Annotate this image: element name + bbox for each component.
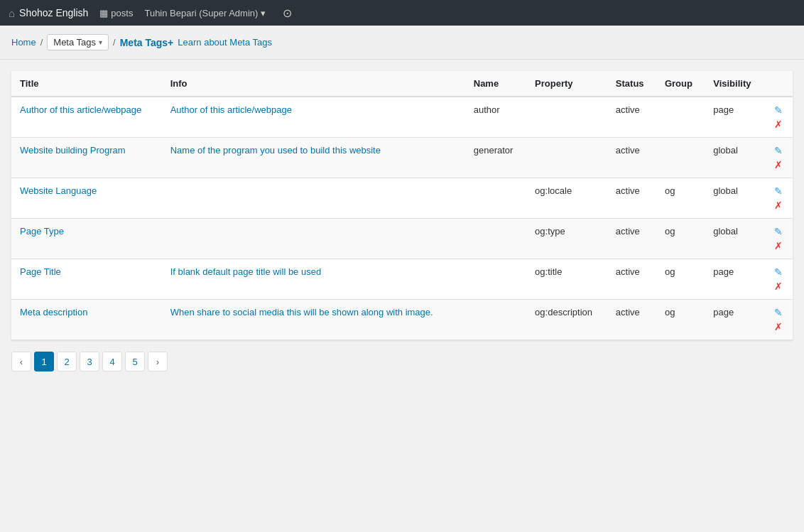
cell-title: Website Language <box>11 178 162 219</box>
top-navigation: ⌂ Shohoz English ▦ posts Tuhin Bepari (S… <box>0 0 804 26</box>
cell-group <box>656 97 705 138</box>
meta-tags-dropdown-label: Meta Tags <box>53 37 96 48</box>
col-name: Name <box>465 71 526 97</box>
delete-button[interactable]: ✗ <box>773 159 784 170</box>
pagination-next[interactable]: › <box>148 352 168 371</box>
table-row: Page Typeog:typeactiveogglobal✎✗ <box>11 219 793 259</box>
cell-visibility: page <box>705 97 764 138</box>
pagination-page-5[interactable]: 5 <box>125 352 145 371</box>
cell-info: Name of the program you used to build th… <box>162 138 465 178</box>
cell-visibility: global <box>705 138 764 178</box>
table-row: Page TitleIf blank default page title wi… <box>11 259 793 300</box>
cell-status: active <box>607 259 656 300</box>
cell-info: If blank default page title will be used <box>162 259 465 300</box>
cell-visibility: page <box>705 259 764 300</box>
cell-status: active <box>607 97 656 138</box>
edit-button[interactable]: ✎ <box>773 226 784 237</box>
pagination-page-3[interactable]: 3 <box>80 352 99 371</box>
cell-info <box>162 219 465 259</box>
cell-property <box>526 138 607 178</box>
brand-logo[interactable]: ⌂ Shohoz English <box>9 7 88 19</box>
delete-button[interactable]: ✗ <box>773 281 784 292</box>
cell-name <box>465 178 526 219</box>
meta-tags-plus[interactable]: Meta Tags+ <box>120 37 174 48</box>
cell-name: author <box>465 97 526 138</box>
cell-title: Author of this article/webpage <box>11 97 162 138</box>
delete-button[interactable]: ✗ <box>773 200 784 211</box>
main-content: Title Info Name Property Status Group Vi… <box>0 60 804 389</box>
home-icon: ⌂ <box>9 7 15 19</box>
cell-info: Author of this article/webpage <box>162 97 465 138</box>
pagination-page-4[interactable]: 4 <box>102 352 122 371</box>
col-status: Status <box>607 71 656 97</box>
edit-button[interactable]: ✎ <box>773 307 784 318</box>
cell-status: active <box>607 219 656 259</box>
cell-group: og <box>656 300 705 340</box>
cell-property <box>526 97 607 138</box>
cell-status: active <box>607 178 656 219</box>
pagination-page-1[interactable]: 1 <box>34 352 54 371</box>
cell-info <box>162 178 465 219</box>
col-group: Group <box>656 71 705 97</box>
cell-name <box>465 259 526 300</box>
cell-group <box>656 138 705 178</box>
cell-name: generator <box>465 138 526 178</box>
globe-icon[interactable]: ⊙ <box>283 6 292 20</box>
learn-about-meta-tags-link[interactable]: Learn about Meta Tags <box>178 37 272 48</box>
breadcrumb-sep1: / <box>40 37 43 48</box>
table-row: Meta descriptionWhen share to social med… <box>11 300 793 340</box>
table-row: Author of this article/webpageAuthor of … <box>11 97 793 138</box>
cell-title: Website building Program <box>11 138 162 178</box>
cell-status: active <box>607 300 656 340</box>
user-dropdown-icon: ▾ <box>261 8 266 18</box>
breadcrumb-home[interactable]: Home <box>11 37 36 48</box>
user-menu[interactable]: Tuhin Bepari (Super Admin) ▾ <box>144 8 266 18</box>
cell-status: active <box>607 138 656 178</box>
col-actions <box>764 71 793 97</box>
cell-name <box>465 219 526 259</box>
cell-property: og:type <box>526 219 607 259</box>
cell-group: og <box>656 219 705 259</box>
user-label: Tuhin Bepari (Super Admin) <box>144 8 258 18</box>
col-visibility: Visibility <box>705 71 764 97</box>
delete-button[interactable]: ✗ <box>773 321 784 332</box>
cell-actions: ✎✗ <box>764 138 793 178</box>
cell-actions: ✎✗ <box>764 178 793 219</box>
cell-visibility: global <box>705 219 764 259</box>
delete-button[interactable]: ✗ <box>773 240 784 251</box>
edit-button[interactable]: ✎ <box>773 185 784 197</box>
breadcrumb: Home / Meta Tags ▾ / Meta Tags+ Learn ab… <box>0 26 804 60</box>
cell-actions: ✎✗ <box>764 219 793 259</box>
cell-actions: ✎✗ <box>764 300 793 340</box>
cell-property: og:title <box>526 259 607 300</box>
table-header-row: Title Info Name Property Status Group Vi… <box>11 71 793 97</box>
cell-actions: ✎✗ <box>764 97 793 138</box>
cell-property: og:description <box>526 300 607 340</box>
cell-info: When share to social media this will be … <box>162 300 465 340</box>
col-property: Property <box>526 71 607 97</box>
col-info: Info <box>162 71 465 97</box>
table-row: Website building ProgramName of the prog… <box>11 138 793 178</box>
col-title: Title <box>11 71 162 97</box>
pagination-page-2[interactable]: 2 <box>57 352 77 371</box>
posts-menu[interactable]: ▦ posts <box>99 8 133 18</box>
posts-label: posts <box>111 8 133 18</box>
posts-icon: ▦ <box>99 8 108 18</box>
cell-title: Page Type <box>11 219 162 259</box>
edit-button[interactable]: ✎ <box>773 104 784 116</box>
meta-tags-dropdown[interactable]: Meta Tags ▾ <box>47 34 109 50</box>
table-row: Website Languageog:localeactiveogglobal✎… <box>11 178 793 219</box>
edit-button[interactable]: ✎ <box>773 266 784 278</box>
pagination-prev[interactable]: ‹ <box>11 352 31 371</box>
cell-visibility: page <box>705 300 764 340</box>
chevron-down-icon: ▾ <box>99 38 102 46</box>
cell-group: og <box>656 259 705 300</box>
cell-actions: ✎✗ <box>764 259 793 300</box>
cell-name <box>465 300 526 340</box>
delete-button[interactable]: ✗ <box>773 119 784 130</box>
cell-title: Page Title <box>11 259 162 300</box>
brand-name: Shohoz English <box>19 7 88 18</box>
breadcrumb-sep2: / <box>113 37 116 48</box>
cell-title: Meta description <box>11 300 162 340</box>
edit-button[interactable]: ✎ <box>773 145 784 156</box>
